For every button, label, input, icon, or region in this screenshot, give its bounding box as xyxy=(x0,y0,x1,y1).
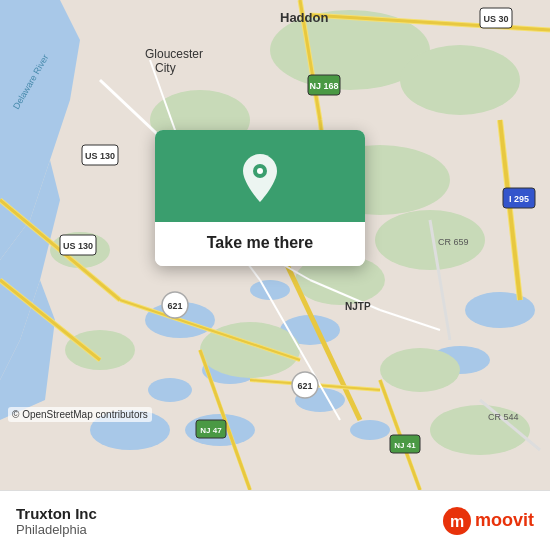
svg-text:m: m xyxy=(450,513,464,530)
moovit-logo: m moovit xyxy=(443,507,534,535)
moovit-brand-icon: m xyxy=(443,507,471,535)
svg-point-16 xyxy=(400,45,520,115)
map-attribution: © OpenStreetMap contributors xyxy=(8,407,152,422)
svg-text:US 130: US 130 xyxy=(85,151,115,161)
svg-point-12 xyxy=(350,420,390,440)
svg-point-14 xyxy=(465,292,535,328)
svg-text:621: 621 xyxy=(167,301,182,311)
moovit-brand-text: moovit xyxy=(475,510,534,531)
svg-text:US 30: US 30 xyxy=(483,14,508,24)
svg-point-6 xyxy=(148,378,192,402)
svg-point-22 xyxy=(380,348,460,392)
popup-card[interactable]: Take me there xyxy=(155,130,365,266)
svg-text:City: City xyxy=(155,61,176,75)
svg-text:NJ 41: NJ 41 xyxy=(394,441,416,450)
location-subtitle: Philadelphia xyxy=(16,522,443,537)
map-container: Haddon Gloucester City Delaware River US… xyxy=(0,0,550,490)
svg-text:US 130: US 130 xyxy=(63,241,93,251)
svg-text:Gloucester: Gloucester xyxy=(145,47,203,61)
svg-point-23 xyxy=(65,330,135,370)
svg-text:I 295: I 295 xyxy=(509,194,529,204)
svg-text:CR 659: CR 659 xyxy=(438,237,469,247)
svg-text:NJ 47: NJ 47 xyxy=(200,426,222,435)
location-title: Truxton Inc xyxy=(16,505,443,522)
take-me-there-button[interactable]: Take me there xyxy=(155,222,365,266)
location-pin-icon xyxy=(238,152,282,204)
svg-text:CR 544: CR 544 xyxy=(488,412,519,422)
bottom-bar: Truxton Inc Philadelphia m moovit xyxy=(0,490,550,550)
popup-header xyxy=(155,130,365,222)
svg-text:Haddon: Haddon xyxy=(280,10,328,25)
svg-text:NJTP: NJTP xyxy=(345,301,371,312)
svg-text:621: 621 xyxy=(297,381,312,391)
bottom-info: Truxton Inc Philadelphia xyxy=(16,505,443,537)
svg-point-87 xyxy=(257,168,263,174)
svg-text:NJ 168: NJ 168 xyxy=(309,81,338,91)
